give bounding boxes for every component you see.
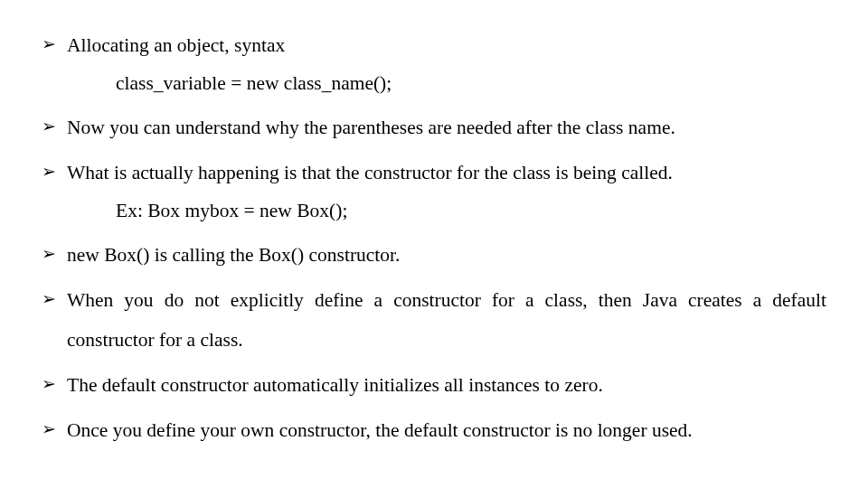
list-item-sub: Ex: Box mybox = new Box(); <box>116 192 826 230</box>
list-item-text: The default constructor automatically in… <box>67 374 603 396</box>
list-item-text: When you do not explicitly define a cons… <box>67 289 826 351</box>
list-item: Once you define your own constructor, th… <box>42 410 826 450</box>
list-item: Allocating an object, syntax class_varia… <box>42 25 826 102</box>
bullet-list: Allocating an object, syntax class_varia… <box>42 25 826 450</box>
list-item: new Box() is calling the Box() construct… <box>42 235 826 275</box>
slide: Allocating an object, syntax class_varia… <box>0 0 868 488</box>
list-item-text: new Box() is calling the Box() construct… <box>67 244 400 266</box>
list-item-text: What is actually happening is that the c… <box>67 162 673 183</box>
list-item-text: Once you define your own constructor, th… <box>67 419 693 441</box>
list-item: When you do not explicitly define a cons… <box>42 280 826 360</box>
list-item-text: Now you can understand why the parenthes… <box>67 117 675 138</box>
list-item-text: Allocating an object, syntax <box>67 34 285 56</box>
list-item: Now you can understand why the parenthes… <box>42 108 826 147</box>
list-item: What is actually happening is that the c… <box>42 153 826 230</box>
list-item: The default constructor automatically in… <box>42 365 826 405</box>
list-item-sub: class_variable = new class_name(); <box>116 65 826 102</box>
